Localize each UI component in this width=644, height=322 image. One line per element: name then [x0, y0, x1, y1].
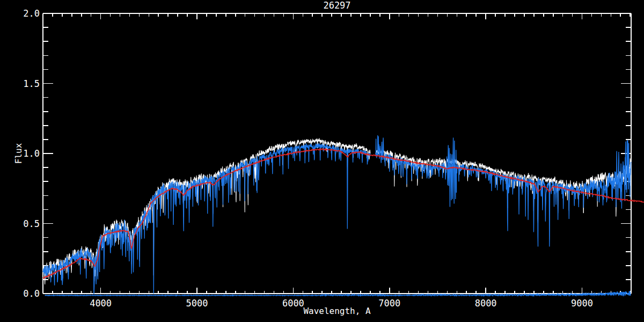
x-tick-label: 7000	[378, 298, 400, 309]
x-tick-label: 8000	[475, 298, 497, 309]
y-tick-label: 0.5	[23, 218, 40, 229]
y-tick-label: 0.0	[23, 288, 40, 299]
y-axis-label: Flux	[13, 143, 24, 164]
spectrum-plot: 4000500060007000800090000.00.51.01.52.0 …	[0, 0, 644, 322]
y-tick-label: 1.5	[23, 78, 40, 89]
y-tick-label: 2.0	[23, 8, 40, 19]
x-tick-label: 6000	[282, 298, 304, 309]
x-axis-label: Wavelength, A	[303, 306, 371, 316]
chart-title: 26297	[323, 0, 350, 11]
x-tick-label: 5000	[186, 298, 208, 309]
x-tick-label: 4000	[90, 298, 112, 309]
y-tick-label: 1.0	[23, 148, 40, 159]
spectrum-plot-window: 4000500060007000800090000.00.51.01.52.0 …	[0, 0, 644, 322]
x-tick-label: 9000	[571, 298, 593, 309]
